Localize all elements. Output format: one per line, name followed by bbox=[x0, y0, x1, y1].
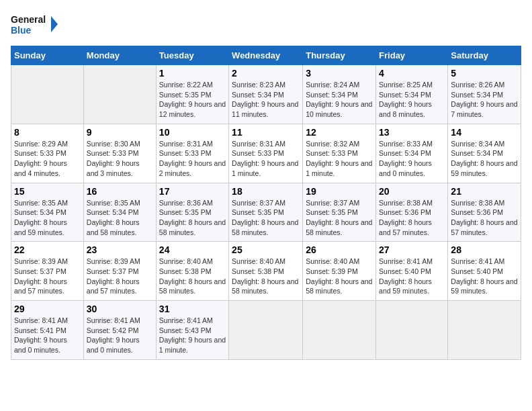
week-row-2: 8 Sunrise: 8:29 AMSunset: 5:33 PMDayligh… bbox=[11, 124, 521, 183]
calendar-cell: 27 Sunrise: 8:41 AMSunset: 5:40 PMDaylig… bbox=[376, 242, 448, 301]
day-number: 4 bbox=[379, 68, 445, 79]
calendar-cell: 10 Sunrise: 8:31 AMSunset: 5:33 PMDaylig… bbox=[156, 124, 228, 183]
day-header-monday: Monday bbox=[83, 46, 156, 65]
calendar-cell bbox=[229, 301, 303, 360]
svg-text:General: General bbox=[11, 14, 46, 25]
svg-text:Blue: Blue bbox=[11, 25, 32, 36]
day-info: Sunrise: 8:23 AMSunset: 5:34 PMDaylight:… bbox=[232, 81, 298, 118]
day-number: 26 bbox=[306, 244, 373, 255]
day-info: Sunrise: 8:31 AMSunset: 5:33 PMDaylight:… bbox=[232, 140, 298, 177]
day-info: Sunrise: 8:24 AMSunset: 5:34 PMDaylight:… bbox=[306, 81, 372, 118]
calendar-cell bbox=[83, 65, 156, 124]
day-info: Sunrise: 8:34 AMSunset: 5:34 PMDaylight:… bbox=[451, 140, 517, 177]
day-info: Sunrise: 8:29 AMSunset: 5:33 PMDaylight:… bbox=[14, 140, 68, 177]
calendar-cell: 26 Sunrise: 8:40 AMSunset: 5:39 PMDaylig… bbox=[303, 242, 376, 301]
day-info: Sunrise: 8:40 AMSunset: 5:38 PMDaylight:… bbox=[232, 257, 298, 295]
calendar-cell: 16 Sunrise: 8:35 AMSunset: 5:34 PMDaylig… bbox=[83, 183, 156, 242]
day-info: Sunrise: 8:22 AMSunset: 5:35 PMDaylight:… bbox=[159, 81, 226, 118]
day-number: 23 bbox=[87, 244, 153, 255]
day-header-friday: Friday bbox=[376, 46, 448, 65]
day-header-tuesday: Tuesday bbox=[156, 46, 228, 65]
calendar-cell: 18 Sunrise: 8:37 AMSunset: 5:35 PMDaylig… bbox=[229, 183, 303, 242]
day-number: 8 bbox=[14, 127, 81, 138]
day-number: 25 bbox=[232, 244, 300, 255]
day-number: 20 bbox=[379, 186, 445, 197]
calendar-cell: 8 Sunrise: 8:29 AMSunset: 5:33 PMDayligh… bbox=[11, 124, 84, 183]
day-info: Sunrise: 8:35 AMSunset: 5:34 PMDaylight:… bbox=[14, 199, 68, 236]
calendar-cell: 21 Sunrise: 8:38 AMSunset: 5:36 PMDaylig… bbox=[448, 183, 521, 242]
calendar-cell: 31 Sunrise: 8:41 AMSunset: 5:43 PMDaylig… bbox=[156, 301, 228, 360]
calendar-cell: 1 Sunrise: 8:22 AMSunset: 5:35 PMDayligh… bbox=[156, 65, 228, 124]
day-number: 15 bbox=[14, 186, 81, 197]
day-number: 1 bbox=[159, 68, 226, 79]
day-number: 24 bbox=[159, 244, 226, 255]
day-info: Sunrise: 8:37 AMSunset: 5:35 PMDaylight:… bbox=[232, 199, 298, 236]
day-number: 31 bbox=[159, 304, 226, 314]
calendar-cell: 9 Sunrise: 8:30 AMSunset: 5:33 PMDayligh… bbox=[83, 124, 156, 183]
day-info: Sunrise: 8:41 AMSunset: 5:40 PMDaylight:… bbox=[379, 257, 433, 295]
calendar-cell: 5 Sunrise: 8:26 AMSunset: 5:34 PMDayligh… bbox=[448, 65, 521, 124]
day-info: Sunrise: 8:41 AMSunset: 5:40 PMDaylight:… bbox=[451, 257, 517, 295]
calendar-cell: 12 Sunrise: 8:32 AMSunset: 5:33 PMDaylig… bbox=[303, 124, 376, 183]
calendar-cell: 19 Sunrise: 8:37 AMSunset: 5:35 PMDaylig… bbox=[303, 183, 376, 242]
logo-svg: General Blue bbox=[11, 11, 58, 39]
logo: General Blue bbox=[11, 11, 58, 39]
day-number: 29 bbox=[14, 304, 81, 314]
day-info: Sunrise: 8:30 AMSunset: 5:33 PMDaylight:… bbox=[87, 140, 140, 177]
day-number: 5 bbox=[451, 68, 518, 79]
header-row: SundayMondayTuesdayWednesdayThursdayFrid… bbox=[11, 46, 521, 65]
day-info: Sunrise: 8:32 AMSunset: 5:33 PMDaylight:… bbox=[306, 140, 372, 177]
calendar-cell bbox=[303, 301, 376, 360]
week-row-3: 15 Sunrise: 8:35 AMSunset: 5:34 PMDaylig… bbox=[11, 183, 521, 242]
calendar-cell: 29 Sunrise: 8:41 AMSunset: 5:41 PMDaylig… bbox=[11, 301, 84, 360]
day-number: 22 bbox=[14, 244, 81, 255]
day-number: 28 bbox=[451, 244, 518, 255]
day-info: Sunrise: 8:39 AMSunset: 5:37 PMDaylight:… bbox=[87, 257, 140, 295]
day-info: Sunrise: 8:36 AMSunset: 5:35 PMDaylight:… bbox=[159, 199, 226, 236]
day-info: Sunrise: 8:39 AMSunset: 5:37 PMDaylight:… bbox=[14, 257, 68, 295]
calendar-cell: 24 Sunrise: 8:40 AMSunset: 5:38 PMDaylig… bbox=[156, 242, 228, 301]
calendar-cell: 2 Sunrise: 8:23 AMSunset: 5:34 PMDayligh… bbox=[229, 65, 303, 124]
day-header-wednesday: Wednesday bbox=[229, 46, 303, 65]
day-header-saturday: Saturday bbox=[448, 46, 521, 65]
day-info: Sunrise: 8:38 AMSunset: 5:36 PMDaylight:… bbox=[451, 199, 517, 236]
day-number: 9 bbox=[87, 127, 153, 138]
calendar-cell: 17 Sunrise: 8:36 AMSunset: 5:35 PMDaylig… bbox=[156, 183, 228, 242]
day-info: Sunrise: 8:31 AMSunset: 5:33 PMDaylight:… bbox=[159, 140, 226, 177]
day-info: Sunrise: 8:38 AMSunset: 5:36 PMDaylight:… bbox=[379, 199, 433, 236]
day-number: 12 bbox=[306, 127, 373, 138]
day-info: Sunrise: 8:40 AMSunset: 5:38 PMDaylight:… bbox=[159, 257, 226, 295]
day-number: 17 bbox=[159, 186, 226, 197]
calendar-cell: 4 Sunrise: 8:25 AMSunset: 5:34 PMDayligh… bbox=[376, 65, 448, 124]
calendar-cell bbox=[376, 301, 448, 360]
calendar-cell: 28 Sunrise: 8:41 AMSunset: 5:40 PMDaylig… bbox=[448, 242, 521, 301]
calendar-cell: 30 Sunrise: 8:41 AMSunset: 5:42 PMDaylig… bbox=[83, 301, 156, 360]
day-number: 27 bbox=[379, 244, 445, 255]
week-row-1: 1 Sunrise: 8:22 AMSunset: 5:35 PMDayligh… bbox=[11, 65, 521, 124]
calendar-cell bbox=[11, 65, 84, 124]
day-info: Sunrise: 8:41 AMSunset: 5:41 PMDaylight:… bbox=[14, 316, 68, 354]
day-number: 19 bbox=[306, 186, 373, 197]
svg-marker-2 bbox=[51, 16, 58, 32]
calendar-cell: 11 Sunrise: 8:31 AMSunset: 5:33 PMDaylig… bbox=[229, 124, 303, 183]
calendar-cell: 23 Sunrise: 8:39 AMSunset: 5:37 PMDaylig… bbox=[83, 242, 156, 301]
day-info: Sunrise: 8:33 AMSunset: 5:34 PMDaylight:… bbox=[379, 140, 433, 177]
calendar-cell: 3 Sunrise: 8:24 AMSunset: 5:34 PMDayligh… bbox=[303, 65, 376, 124]
calendar-cell: 13 Sunrise: 8:33 AMSunset: 5:34 PMDaylig… bbox=[376, 124, 448, 183]
day-number: 3 bbox=[306, 68, 373, 79]
day-number: 11 bbox=[232, 127, 300, 138]
day-info: Sunrise: 8:40 AMSunset: 5:39 PMDaylight:… bbox=[306, 257, 372, 295]
day-info: Sunrise: 8:41 AMSunset: 5:42 PMDaylight:… bbox=[87, 316, 140, 354]
day-header-sunday: Sunday bbox=[11, 46, 84, 65]
day-number: 18 bbox=[232, 186, 300, 197]
day-number: 10 bbox=[159, 127, 226, 138]
header: General Blue bbox=[11, 11, 521, 39]
day-number: 2 bbox=[232, 68, 300, 79]
day-info: Sunrise: 8:25 AMSunset: 5:34 PMDaylight:… bbox=[379, 81, 433, 118]
day-number: 21 bbox=[451, 186, 518, 197]
day-info: Sunrise: 8:41 AMSunset: 5:43 PMDaylight:… bbox=[159, 316, 226, 354]
day-number: 14 bbox=[451, 127, 518, 138]
day-number: 13 bbox=[379, 127, 445, 138]
calendar-cell: 22 Sunrise: 8:39 AMSunset: 5:37 PMDaylig… bbox=[11, 242, 84, 301]
day-info: Sunrise: 8:35 AMSunset: 5:34 PMDaylight:… bbox=[87, 199, 140, 236]
